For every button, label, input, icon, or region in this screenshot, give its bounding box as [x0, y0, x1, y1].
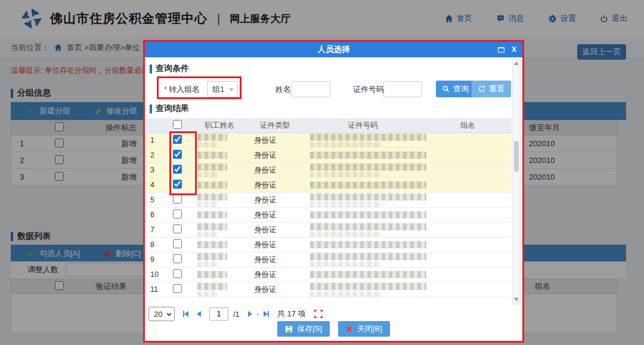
modal-title: 人员选择 — [318, 44, 350, 55]
query-button[interactable]: 查询 — [436, 81, 475, 97]
pager-next-button[interactable] — [248, 311, 252, 317]
save-button[interactable]: 保存[S] — [277, 321, 330, 337]
id-type-cell: 身份证 — [248, 255, 302, 265]
page-size-select[interactable]: 20 — [148, 307, 175, 321]
red-x-icon: ✖ — [346, 325, 353, 333]
id-type-cell: 身份证 — [248, 225, 302, 235]
close-modal-button[interactable]: ✖ 关闭[B] — [338, 321, 390, 337]
row-checkbox[interactable] — [173, 269, 182, 278]
censored-name-cell — [191, 193, 248, 207]
scroll-up-icon[interactable] — [514, 61, 519, 65]
person-row: 10身份证 — [146, 267, 512, 282]
censored-id-cell — [302, 134, 424, 147]
censored-name-cell — [191, 223, 248, 237]
expand-icon[interactable] — [314, 310, 323, 318]
person-row: 5身份证 — [146, 193, 512, 208]
id-type-cell: 身份证 — [248, 270, 302, 280]
censored-name-cell — [191, 164, 248, 177]
id-number-column-header: 证件号码 — [302, 121, 424, 131]
person-row: 6身份证 — [146, 208, 512, 223]
name-input[interactable] — [291, 81, 330, 97]
censored-name-cell — [191, 134, 248, 147]
row-index: 11 — [146, 285, 163, 294]
censored-name-cell — [191, 241, 248, 248]
person-row: 9身份证 — [146, 252, 512, 267]
page-input[interactable] — [209, 307, 228, 321]
censored-id-cell — [302, 152, 424, 159]
pager-prev-button[interactable] — [197, 311, 201, 317]
censored-name-cell — [191, 271, 248, 278]
row-checkbox[interactable] — [173, 135, 182, 144]
row-checkbox[interactable] — [173, 165, 182, 174]
group-field-label: *转入组名 — [164, 84, 200, 95]
row-checkbox[interactable] — [173, 254, 182, 263]
button-label: 重置 — [489, 84, 504, 94]
section-bar — [150, 64, 152, 73]
censored-name-cell — [191, 253, 248, 267]
modal-titlebar[interactable]: 人员选择 X — [145, 42, 522, 57]
pagination: 20 /1 共 17 项 — [148, 306, 323, 322]
censored-name-cell — [191, 152, 248, 159]
select-all-checkbox[interactable] — [173, 120, 182, 129]
row-index: 2 — [146, 151, 163, 159]
section-bar — [150, 104, 152, 113]
close-icon[interactable]: X — [512, 45, 516, 54]
modal-scrollbar[interactable] — [512, 58, 521, 304]
total-count: 共 17 项 — [277, 309, 306, 319]
person-select-modal: 人员选择 X 查询条件 *转入组名 组1 姓名 证件号码 查询 重置 查询结果 — [145, 42, 522, 341]
id-input[interactable] — [383, 81, 422, 97]
pager-last-button[interactable] — [264, 311, 269, 317]
id-field-label: 证件号码 — [353, 84, 384, 95]
person-row: 2身份证 — [146, 148, 512, 163]
id-type-cell: 身份证 — [248, 195, 302, 205]
name-field-label: 姓名 — [275, 84, 291, 95]
censored-id-cell — [302, 164, 424, 177]
row-index: 1 — [146, 136, 163, 144]
button-label: 查询 — [453, 84, 469, 94]
row-checkbox[interactable] — [173, 284, 182, 293]
id-type-cell: 身份证 — [248, 150, 302, 161]
maximize-icon[interactable] — [498, 47, 504, 53]
section-label: 查询条件 — [156, 63, 189, 74]
id-type-cell: 身份证 — [248, 180, 302, 190]
censored-name-cell — [191, 283, 248, 297]
id-type-column-header: 证件类型 — [248, 121, 302, 131]
id-type-cell: 身份证 — [248, 210, 302, 220]
pager-first-button[interactable] — [183, 311, 188, 317]
reset-button[interactable]: 重置 — [472, 81, 511, 97]
person-row: 3身份证 — [146, 163, 512, 178]
chevron-down-icon — [229, 88, 234, 91]
row-index: 6 — [146, 211, 163, 219]
row-checkbox[interactable] — [173, 210, 182, 218]
row-checkbox[interactable] — [173, 180, 182, 189]
censored-id-cell — [302, 283, 424, 297]
group-select[interactable]: 组1 — [207, 81, 238, 97]
row-index: 4 — [146, 181, 163, 189]
query-form: *转入组名 组1 姓名 证件号码 查询 重置 — [145, 80, 522, 98]
chevron-down-icon — [167, 312, 172, 316]
person-row: 7身份证 — [146, 223, 512, 238]
censored-id-cell — [302, 271, 424, 278]
row-index: 9 — [146, 255, 163, 264]
group-select-value: 组1 — [212, 84, 224, 95]
row-checkbox[interactable] — [173, 195, 182, 204]
row-checkbox[interactable] — [173, 224, 182, 233]
person-row: 11身份证 — [146, 282, 512, 297]
person-row: 4身份证 — [146, 178, 512, 193]
page-total: /1 — [233, 310, 240, 319]
censored-id-cell — [302, 181, 424, 189]
name-column-header: 职工姓名 — [191, 121, 248, 131]
query-section-title: 查询条件 — [150, 63, 189, 74]
censored-id-cell — [302, 211, 424, 218]
id-type-cell: 身份证 — [248, 165, 302, 175]
page-size-value: 20 — [154, 310, 162, 319]
section-label: 查询结果 — [156, 103, 189, 114]
censored-id-cell — [302, 253, 424, 267]
row-checkbox[interactable] — [173, 239, 182, 248]
scroll-thumb[interactable] — [514, 141, 519, 172]
row-index: 5 — [146, 196, 163, 204]
result-section-title: 查询结果 — [150, 103, 189, 114]
row-checkbox[interactable] — [173, 150, 182, 159]
person-row: 1身份证 — [146, 133, 512, 148]
scroll-down-icon[interactable] — [514, 298, 519, 301]
